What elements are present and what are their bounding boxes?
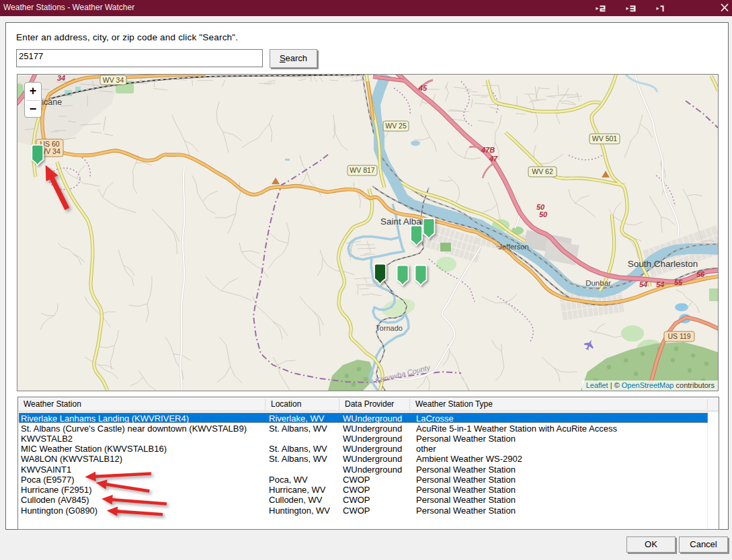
svg-text:Tornado: Tornado xyxy=(376,324,403,332)
svg-text:45: 45 xyxy=(418,84,428,92)
svg-text:South Charleston: South Charleston xyxy=(628,259,698,269)
svg-text:WV 501: WV 501 xyxy=(592,134,618,143)
svg-text:47: 47 xyxy=(489,155,498,163)
svg-text:54: 54 xyxy=(639,280,647,288)
svg-text:56: 56 xyxy=(696,270,705,278)
svg-text:55: 55 xyxy=(674,278,683,286)
svg-text:WV 817: WV 817 xyxy=(350,166,375,174)
svg-text:50: 50 xyxy=(539,210,548,218)
svg-text:US 119: US 119 xyxy=(667,332,690,340)
svg-text:WV 62: WV 62 xyxy=(532,167,553,175)
svg-text:Dunbar: Dunbar xyxy=(585,279,611,287)
svg-text:34: 34 xyxy=(57,75,65,82)
svg-text:Jefferson: Jefferson xyxy=(498,243,528,251)
svg-text:WV 34: WV 34 xyxy=(103,76,124,84)
svg-text:47B: 47B xyxy=(481,146,495,154)
svg-text:WV 25: WV 25 xyxy=(385,122,407,130)
svg-text:54: 54 xyxy=(656,280,664,288)
